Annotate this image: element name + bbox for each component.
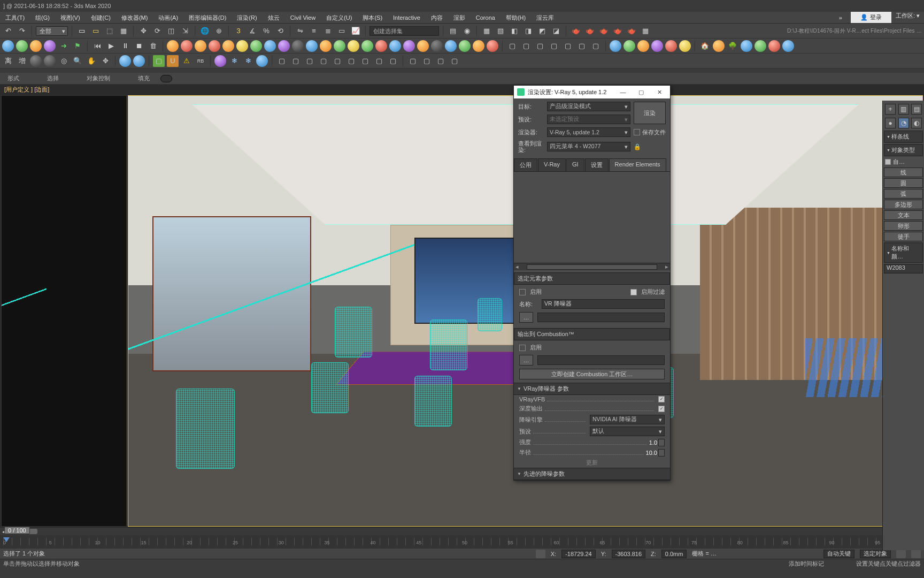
dlg-preset-select[interactable]: 未选定预设▾: [547, 115, 630, 124]
menu-customize[interactable]: 自定义(U): [321, 12, 357, 23]
orb-icon[interactable]: [782, 40, 794, 52]
geom-cat-icon[interactable]: ●: [885, 118, 896, 128]
flat-icon[interactable]: ▢: [359, 55, 371, 67]
param-engine-select[interactable]: NVIDIA AI 降噪器▾: [590, 415, 665, 424]
snow-icon[interactable]: ❄: [228, 55, 240, 67]
cmd-ngon-btn[interactable]: 多边形: [884, 200, 923, 209]
menu-xuanying[interactable]: 渲影: [448, 12, 471, 23]
pivot-icon[interactable]: ⊕: [213, 25, 225, 37]
flat-icon[interactable]: ▢: [332, 55, 343, 67]
trash-icon[interactable]: 🗑: [147, 40, 159, 52]
orb-icon[interactable]: [348, 40, 359, 52]
menu-interactive[interactable]: Interactive: [388, 12, 426, 23]
flat-icon[interactable]: ▢: [373, 55, 385, 67]
misc-d-icon[interactable]: ◨: [522, 25, 534, 37]
undo-icon[interactable]: ↶: [2, 25, 14, 37]
orb-icon[interactable]: [473, 40, 484, 52]
flat-icon[interactable]: ▢: [520, 40, 532, 52]
menu-modifiers[interactable]: 修改器(M): [116, 12, 153, 23]
render-setup-icon[interactable]: 🫖: [570, 25, 582, 37]
lock-selection-icon[interactable]: [536, 550, 545, 558]
selection-filter[interactable]: 全部: [36, 26, 68, 36]
orb-icon[interactable]: [119, 55, 131, 67]
menu-overflow-icon[interactable]: »: [834, 12, 848, 23]
ribbon-toggle-icon[interactable]: [160, 75, 172, 82]
ribbon-tab[interactable]: 形式: [4, 74, 22, 82]
lights-cat-icon[interactable]: ◐: [911, 118, 922, 128]
schematic-icon[interactable]: ▤: [447, 25, 459, 37]
ribbon-tab[interactable]: 对象控制: [83, 74, 113, 82]
strength-spinner[interactable]: [658, 439, 665, 446]
object-name-input[interactable]: W2083: [884, 264, 923, 273]
orb-icon[interactable]: [487, 40, 498, 52]
flat-icon[interactable]: ▢: [318, 55, 329, 67]
orb-icon[interactable]: [403, 40, 415, 52]
select-object-icon[interactable]: ▭: [76, 25, 88, 37]
flat-icon[interactable]: ▢: [548, 40, 560, 52]
menu-animation[interactable]: 动画(A): [153, 12, 183, 23]
window-crossing-icon[interactable]: ▦: [118, 25, 129, 37]
orb-icon[interactable]: [741, 40, 752, 52]
dlg-target-select[interactable]: 产品级渲染模式▾: [547, 102, 630, 111]
orb-icon[interactable]: [214, 55, 226, 67]
autokey-check[interactable]: 自动关键: [823, 550, 854, 558]
viewport-h-scroll[interactable]: ◂▸: [0, 528, 924, 535]
close-icon[interactable]: ✕: [652, 89, 667, 96]
snap-angle-icon[interactable]: ∡: [247, 25, 258, 37]
snap-3d-icon[interactable]: 3: [233, 25, 244, 37]
elem-path-input[interactable]: [537, 313, 665, 322]
orb-icon[interactable]: [250, 40, 262, 52]
menu-content[interactable]: 内容: [426, 12, 448, 23]
orb-icon[interactable]: [16, 40, 28, 52]
pause-icon[interactable]: ⏸: [119, 40, 131, 52]
render-frame-icon[interactable]: 🫖: [584, 25, 596, 37]
target-icon[interactable]: ◎: [58, 55, 70, 67]
update-button[interactable]: 更新: [586, 459, 598, 467]
orb-icon[interactable]: [181, 40, 192, 52]
render-iter-icon[interactable]: 🫖: [612, 25, 623, 37]
elem-browse-button[interactable]: …: [519, 312, 533, 323]
ribbon-icon[interactable]: ▭: [336, 25, 348, 37]
cmd-arc-btn[interactable]: 弧: [884, 189, 923, 199]
orb-icon[interactable]: [637, 40, 649, 52]
orb-icon[interactable]: [44, 40, 56, 52]
move-icon[interactable]: ✥: [137, 25, 149, 37]
add-icon[interactable]: 增: [16, 55, 28, 67]
orb-icon[interactable]: [195, 40, 206, 52]
iso-icon[interactable]: 离: [2, 55, 14, 67]
orb-icon[interactable]: [459, 40, 471, 52]
render-active-icon[interactable]: 🫖: [626, 25, 637, 37]
orb-icon[interactable]: [222, 40, 234, 52]
dialog-titlebar[interactable]: 渲染设置: V-Ray 5, update 1.2 — ▢ ✕: [514, 86, 670, 98]
tab-gi[interactable]: GI: [566, 158, 584, 171]
rb-icon[interactable]: RB: [195, 55, 206, 67]
place-icon[interactable]: ⇲: [179, 25, 191, 37]
misc-b-icon[interactable]: ▧: [495, 25, 506, 37]
misc-f-icon[interactable]: ◪: [550, 25, 562, 37]
step-icon[interactable]: [911, 550, 921, 558]
misc-e-icon[interactable]: ◩: [536, 25, 548, 37]
combust-path-input[interactable]: [537, 355, 665, 365]
stop-icon[interactable]: ⏹: [133, 40, 145, 52]
spline-rollout-header[interactable]: 样条线: [884, 131, 923, 143]
play-icon[interactable]: [896, 550, 906, 558]
pick-icon[interactable]: ✥: [99, 55, 111, 67]
menu-corona[interactable]: Corona: [471, 12, 500, 23]
tab-settings[interactable]: 设置: [585, 158, 609, 171]
select-name-icon[interactable]: ▭: [90, 25, 102, 37]
menu-create[interactable]: 创建(C): [86, 12, 116, 23]
orb-icon[interactable]: [651, 40, 663, 52]
combust-browse-button[interactable]: …: [519, 355, 533, 366]
set-key[interactable]: 设置关键点: [856, 560, 886, 568]
minimize-icon[interactable]: —: [615, 89, 630, 95]
render-prod-icon[interactable]: 🫖: [598, 25, 610, 37]
param-preset-select[interactable]: 默认▾: [590, 427, 665, 436]
render-cloud-icon[interactable]: ▦: [640, 25, 651, 37]
coord-y[interactable]: -3603.816: [612, 550, 646, 558]
menu-civilview[interactable]: Civil View: [285, 12, 321, 23]
select-region-rect-icon[interactable]: ⬚: [104, 25, 116, 37]
flat-icon[interactable]: ▢: [449, 55, 460, 67]
orb-icon[interactable]: [2, 40, 14, 52]
flat-icon[interactable]: ▢: [435, 55, 446, 67]
object-type-rollout-header[interactable]: 对象类型: [884, 144, 923, 156]
